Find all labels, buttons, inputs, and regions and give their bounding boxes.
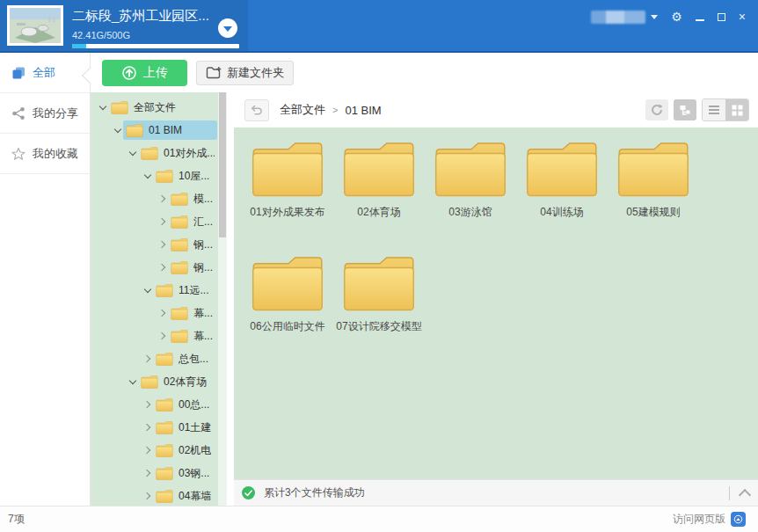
tree-item[interactable]: 钢... (91, 256, 217, 279)
tree-item[interactable]: 10屋... (91, 164, 217, 187)
tree-item-body[interactable]: 全部文件 (108, 98, 217, 117)
folder-icon (171, 330, 188, 343)
tree-item-body[interactable]: 02机电 (153, 441, 217, 460)
settings-button[interactable]: ⚙ (671, 10, 682, 24)
folder-item[interactable]: 04训练场 (516, 142, 608, 233)
folder-item[interactable]: 03游泳馆 (425, 142, 516, 233)
tree-item-body[interactable]: 00总... (153, 395, 217, 414)
tree-toggle-arrow-icon[interactable] (157, 219, 168, 224)
tree-item-body[interactable]: 幕... (168, 303, 217, 323)
titlebar: 二标段_苏州工业园区... 42.41G/500G ⚙ × (0, 0, 758, 53)
tree-item[interactable]: 幕... (91, 302, 217, 324)
maximize-button[interactable] (718, 13, 725, 21)
tree-structure-icon (678, 103, 692, 117)
tree-item[interactable]: 模... (91, 187, 217, 210)
tree-item[interactable]: 02机电 (91, 439, 217, 462)
tree-item[interactable]: 00总... (91, 393, 217, 416)
tree-toggle-arrow-icon[interactable] (142, 288, 153, 292)
sort-structure-button[interactable] (674, 99, 696, 120)
project-switcher-button[interactable] (218, 18, 237, 38)
tree-item-label: 模... (193, 192, 213, 207)
tree-item-body[interactable]: 总包... (153, 349, 217, 368)
tree-item[interactable]: 02体育场 (91, 370, 217, 393)
tree-item[interactable]: 01土建 (91, 416, 217, 439)
tree-item[interactable]: 汇... (91, 210, 217, 233)
tree-item-body[interactable]: 钢... (168, 258, 217, 277)
project-title: 二标段_苏州工业园区... (72, 8, 222, 25)
tree-toggle-arrow-icon[interactable] (157, 333, 168, 339)
folder-item[interactable]: 07设计院移交模型 (333, 256, 425, 347)
view-list-button[interactable] (703, 99, 725, 120)
tree-item[interactable]: 幕... (91, 324, 217, 347)
tree-item-body[interactable]: 11远... (153, 281, 217, 300)
tree-item-body[interactable]: 01土建 (153, 418, 217, 437)
tree-toggle-arrow-icon[interactable] (157, 310, 168, 316)
tree-item-body[interactable]: 04幕墙 (153, 486, 217, 506)
tree-toggle-arrow-icon[interactable] (97, 106, 108, 109)
tree-item-body[interactable]: 10屋... (153, 166, 217, 186)
folder-grid[interactable]: 01对外成果发布 02体育场 03游泳馆 04训练场 05建模规则 06公用临时… (234, 128, 758, 479)
tree-toggle-arrow-icon[interactable] (142, 493, 153, 499)
view-grid-button[interactable] (725, 99, 748, 120)
tree-item-body[interactable]: 01对外成... (138, 143, 217, 163)
folder-icon (341, 142, 417, 198)
tree-item-label: 钢... (193, 237, 213, 252)
tree-toggle-arrow-icon[interactable] (142, 174, 153, 178)
tree-item[interactable]: 03钢... (91, 462, 217, 485)
tree-toggle-arrow-icon[interactable] (112, 128, 123, 132)
sidebar-item-my-favorites[interactable]: 我的收藏 (0, 134, 90, 174)
tree-item-body[interactable]: 03钢... (153, 463, 217, 483)
app-logo-icon (731, 512, 746, 527)
user-account[interactable] (591, 11, 658, 24)
breadcrumb-item-current[interactable]: 01 BIM (345, 104, 381, 117)
chevron-up-icon[interactable] (739, 488, 751, 500)
tree-item-body[interactable]: 02体育场 (138, 372, 217, 391)
tree-toggle-arrow-icon[interactable] (142, 402, 153, 407)
new-folder-button[interactable]: 新建文件夹 (196, 61, 294, 85)
minimize-button[interactable] (696, 19, 704, 21)
tree-item-body[interactable]: 幕... (168, 326, 217, 346)
tree-item[interactable]: 全部文件 (91, 96, 217, 119)
tree-item[interactable]: 01对外成... (91, 142, 217, 164)
sidebar-item-my-shares[interactable]: 我的分享 (0, 93, 90, 134)
tree-scrollbar[interactable] (218, 92, 227, 506)
tree-item[interactable]: 总包... (91, 347, 217, 370)
tree-toggle-arrow-icon[interactable] (157, 265, 168, 270)
breadcrumb-bar: 全部文件 > 01 BIM (234, 92, 758, 128)
tree-item-body[interactable]: 01 BIM (123, 120, 217, 140)
tree-toggle-arrow-icon[interactable] (127, 151, 138, 155)
tree-toggle-arrow-icon[interactable] (157, 242, 168, 247)
folder-item[interactable]: 06公用临时文件 (242, 256, 333, 347)
tree-toggle-arrow-icon[interactable] (127, 380, 138, 383)
tree-item-body[interactable]: 模... (168, 189, 217, 208)
breadcrumb-separator: > (332, 105, 338, 115)
tree-item[interactable]: 钢... (91, 233, 217, 256)
project-meta: 二标段_苏州工业园区... 42.41G/500G (72, 8, 222, 48)
breadcrumb-item-root[interactable]: 全部文件 (280, 102, 325, 118)
folder-item[interactable]: 02体育场 (333, 142, 425, 233)
project-thumbnail[interactable] (7, 5, 63, 46)
folder-tree[interactable]: 全部文件 01 BIM 01对外成... 10屋... 模... 汇... (91, 92, 227, 506)
tree-scrollbar-thumb[interactable] (219, 92, 226, 237)
folder-icon (156, 467, 173, 480)
close-button[interactable]: × (739, 10, 746, 24)
tree-item[interactable]: 01 BIM (91, 119, 217, 142)
open-web-version-link[interactable]: 访问网页版 (673, 512, 746, 527)
folder-item[interactable]: 01对外成果发布 (242, 142, 333, 233)
tree-item-body[interactable]: 汇... (168, 212, 217, 231)
tree-toggle-arrow-icon[interactable] (142, 356, 153, 361)
tree-toggle-arrow-icon[interactable] (142, 425, 153, 430)
folder-icon (111, 101, 128, 114)
upload-button[interactable]: 上传 (102, 60, 187, 86)
tree-item-body[interactable]: 钢... (168, 235, 217, 254)
back-button[interactable] (244, 99, 269, 121)
tree-toggle-arrow-icon[interactable] (142, 448, 153, 453)
tree-toggle-arrow-icon[interactable] (142, 470, 153, 476)
tree-toggle-arrow-icon[interactable] (157, 196, 168, 201)
folder-item[interactable]: 05建模规则 (608, 142, 699, 233)
refresh-button[interactable] (645, 99, 668, 120)
sidebar-item-all[interactable]: 全部 (0, 53, 90, 93)
chevron-down-icon (223, 26, 232, 32)
tree-item[interactable]: 11远... (91, 279, 217, 302)
tree-item[interactable]: 04幕墙 (91, 485, 217, 506)
